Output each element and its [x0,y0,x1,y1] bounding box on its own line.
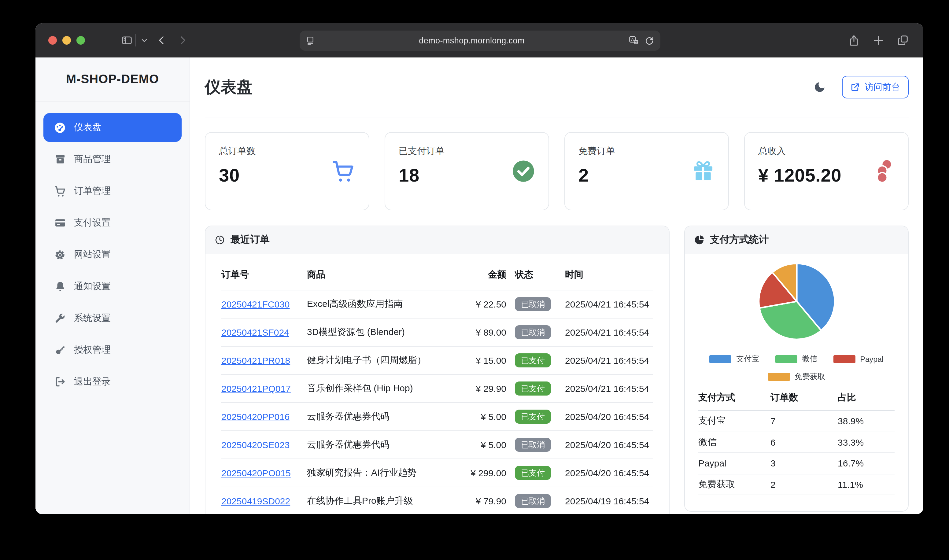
payment-share: 33.3% [838,437,895,448]
browser-titlebar: demo-mshop.mornlong.com A 文 [35,23,923,57]
legend-label: 免费获取 [795,372,825,382]
order-time: 2025/04/20 16:45:54 [565,411,653,422]
payment-table: 支付方式 订单数 占比 支付宝 7 38.9% 微信 6 33.3% Paypa… [698,392,895,511]
address-bar[interactable]: demo-mshop.mornlong.com A 文 [300,31,660,51]
legend-item: Paypal [833,354,883,365]
recent-orders-panel: 最近订单 订单号 商品 金额 状态 时间 20250421FC030 Excel… [205,226,669,514]
status-badge: 已支付 [515,466,551,480]
orders-table-header: 订单号 商品 金额 状态 时间 [221,254,653,291]
order-time: 2025/04/21 16:45:54 [565,299,653,309]
sidebar-item-key[interactable]: 授权管理 [43,335,181,365]
order-amount: ¥ 89.00 [458,327,515,337]
order-amount: ¥ 79.90 [458,496,515,506]
status-badge: 已取消 [515,494,551,508]
sidebar-item-label: 网站设置 [74,249,111,260]
sidebar-item-gauge[interactable]: 仪表盘 [43,113,181,142]
sidebar: M-SHOP-DEMO 仪表盘 商品管理 订单管理 支付设置 网站设置 通知设置… [35,57,190,514]
logout-icon [54,376,66,388]
status-badge: 已支付 [515,409,551,424]
browser-window: demo-mshop.mornlong.com A 文 [35,23,923,514]
toolbar-divider [135,34,136,46]
gift-icon [692,160,715,183]
reload-icon[interactable] [644,36,654,46]
share-icon[interactable] [848,35,860,46]
url-text[interactable]: demo-mshop.mornlong.com [315,36,629,45]
dark-mode-toggle-moon-icon[interactable] [813,81,826,94]
stat-label: 免费订单 [578,146,715,157]
table-row: 20250420PO015 独家研究报告：AI行业趋势 ¥ 299.00 已支付… [221,459,653,487]
zoom-window-button[interactable] [77,36,85,45]
sidebar-item-label: 订单管理 [74,185,111,197]
package-icon [54,153,66,165]
sidebar-nav: 仪表盘 商品管理 订单管理 支付设置 网站设置 通知设置 系统设置 授权管理 退… [35,102,189,396]
sidebar-item-package[interactable]: 商品管理 [43,145,181,174]
status-badge: 已支付 [515,382,551,395]
key-icon [54,344,66,356]
order-link[interactable]: 20250421PR018 [221,355,290,366]
order-link[interactable]: 20250421FC030 [221,299,290,309]
payment-count: 3 [771,458,838,469]
sidebar-item-label: 支付设置 [74,217,111,229]
order-link[interactable]: 20250419SD022 [221,496,290,506]
product-name: 健身计划电子书（四周燃脂） [307,355,458,366]
col-order-no: 订单号 [221,269,307,281]
pie-legend: 支付宝 微信 Paypal 免费获取 [685,354,908,382]
sidebar-item-label: 通知设置 [74,281,111,292]
visit-storefront-label: 访问前台 [864,81,900,93]
payment-method: 免费获取 [698,479,771,490]
payment-share: 38.9% [838,416,895,426]
order-link[interactable]: 20250420SE023 [221,440,290,450]
order-link[interactable]: 20250421PQ017 [221,383,291,394]
traffic-lights [48,36,85,45]
order-link[interactable]: 20250421SF024 [221,327,289,337]
sidebar-item-credit-card[interactable]: 支付设置 [43,208,181,237]
payment-count: 7 [771,416,838,426]
reader-icon[interactable] [306,36,315,45]
sidebar-item-bell[interactable]: 通知设置 [43,272,181,301]
stat-card: 总收入 ¥ 1205.20 [744,132,909,210]
table-row: 20250421FC030 Excel高级函数应用指南 ¥ 22.50 已取消 … [221,291,653,318]
minimize-window-button[interactable] [62,36,71,45]
payment-method: 微信 [698,437,771,448]
sidebar-item-cart[interactable]: 订单管理 [43,177,181,205]
order-link[interactable]: 20250420PO015 [221,468,291,478]
col-share: 占比 [838,392,895,403]
payment-stats-title: 支付方式统计 [710,234,769,246]
bell-icon [54,280,66,292]
external-link-icon [851,83,860,92]
credit-card-icon [54,217,66,229]
cart-icon [54,185,66,197]
status-badge: 已支付 [515,353,551,368]
visit-storefront-button[interactable]: 访问前台 [842,76,909,98]
legend-item: 免费获取 [768,372,825,382]
status-badge: 已取消 [515,438,551,452]
back-button[interactable] [157,35,167,46]
legend-label: 支付宝 [736,354,759,365]
chevron-down-icon[interactable] [141,37,148,44]
product-name: 独家研究报告：AI行业趋势 [307,467,458,479]
payment-table-row: Paypal 3 16.7% [698,453,895,474]
close-window-button[interactable] [48,36,57,45]
forward-button[interactable] [177,35,188,46]
tab-overview-icon[interactable] [897,35,909,46]
payment-share: 16.7% [838,458,895,469]
new-tab-icon[interactable] [872,35,884,46]
order-amount: ¥ 5.00 [458,440,515,450]
sidebar-item-logout[interactable]: 退出登录 [43,368,181,396]
translate-icon[interactable]: A 文 [629,35,639,46]
sidebar-toggle-icon[interactable] [121,35,133,46]
sidebar-item-gear[interactable]: 网站设置 [43,240,181,269]
col-amount: 金额 [458,269,515,281]
payment-count: 6 [771,437,838,448]
payment-table-header: 支付方式 订单数 占比 [698,392,895,411]
table-row: 20250421PR018 健身计划电子书（四周燃脂） ¥ 15.00 已支付 … [221,347,653,375]
legend-swatch [709,355,731,363]
payment-table-row: 微信 6 33.3% [698,432,895,453]
gauge-icon [54,122,66,134]
product-name: 云服务器优惠券代码 [307,439,458,451]
sidebar-item-wrench[interactable]: 系统设置 [43,304,181,332]
page-title: 仪表盘 [205,77,252,98]
main-content: 仪表盘 访问前台 [190,57,923,514]
order-link[interactable]: 20250420PP016 [221,411,290,422]
legend-item: 微信 [775,354,817,365]
